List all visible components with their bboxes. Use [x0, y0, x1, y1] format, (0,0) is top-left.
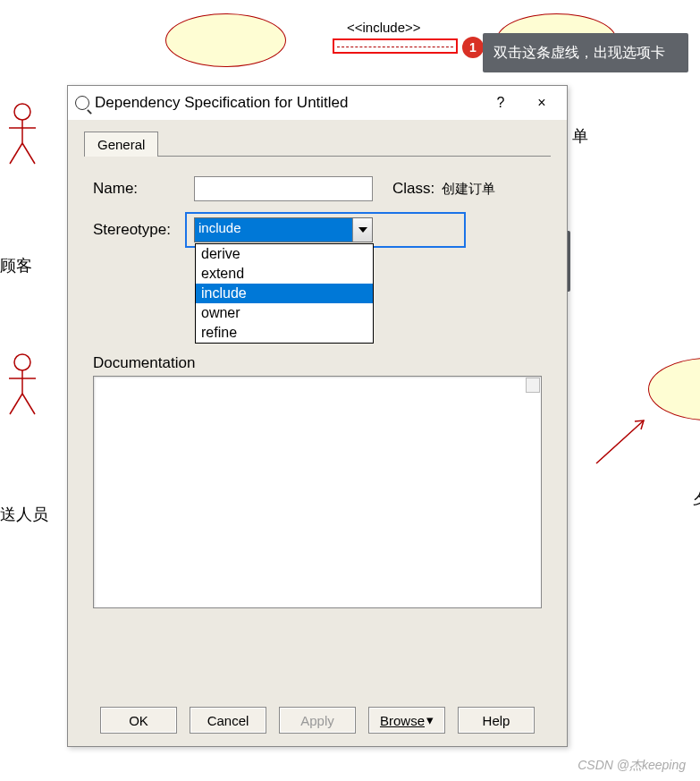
svg-point-5: [14, 354, 30, 370]
dialog-titlebar[interactable]: Dependency Specification for Untitled ? …: [68, 86, 567, 120]
uml-dependency-line[interactable]: [333, 38, 458, 54]
browse-button[interactable]: Browse▾: [368, 707, 445, 734]
chevron-down-icon[interactable]: [352, 218, 372, 242]
annotation-callout-1: 双击这条虚线，出现选项卡: [483, 33, 688, 72]
watermark: CSDN @杰keeping: [578, 758, 686, 774]
close-titlebar-button[interactable]: ×: [524, 88, 560, 118]
help-titlebar-button[interactable]: ?: [483, 88, 519, 118]
actor-icon: [4, 353, 40, 416]
svg-line-4: [22, 143, 35, 164]
svg-line-3: [10, 143, 22, 164]
stereotype-option[interactable]: extend: [196, 264, 373, 284]
stereotype-value: include: [195, 218, 352, 242]
uml-include-label: <<include>>: [347, 20, 421, 35]
stereotype-label: Stereotype:: [93, 221, 187, 239]
actor-label-customer: 顾客: [0, 255, 32, 276]
name-label: Name:: [93, 180, 187, 198]
actor-icon: [4, 103, 40, 166]
stereotype-option[interactable]: refine: [196, 323, 373, 343]
magnifier-icon: [75, 96, 89, 110]
svg-line-8: [10, 394, 22, 414]
uml-usecase-ellipse: [648, 358, 700, 420]
stereotype-combobox[interactable]: include derive extend include owner refi…: [194, 217, 373, 242]
actor-label-delivery: 送人员: [0, 504, 48, 525]
apply-button[interactable]: Apply: [279, 707, 356, 734]
stereotype-option[interactable]: include: [196, 284, 373, 303]
text-fragment: 夕: [693, 488, 700, 509]
documentation-textarea[interactable]: [93, 376, 542, 608]
documentation-label: Documentation: [84, 354, 551, 372]
text-fragment: 单: [572, 125, 588, 147]
dependency-specification-dialog: Dependency Specification for Untitled ? …: [67, 85, 568, 747]
scrollbar-up-button[interactable]: [526, 378, 540, 393]
browse-button-label: Browse: [380, 713, 425, 728]
svg-line-9: [22, 394, 35, 414]
svg-line-10: [596, 420, 644, 463]
stereotype-option[interactable]: owner: [196, 303, 373, 323]
stereotype-dropdown: derive extend include owner refine: [195, 243, 374, 344]
stereotype-option[interactable]: derive: [196, 244, 373, 264]
ok-button[interactable]: OK: [100, 707, 177, 734]
annotation-badge-1: 1: [462, 37, 484, 58]
class-label: Class:: [392, 180, 434, 198]
cancel-button[interactable]: Cancel: [190, 707, 266, 734]
help-button[interactable]: Help: [458, 707, 535, 734]
uml-usecase-ellipse: [165, 13, 286, 67]
dialog-title: Dependency Specification for Untitled: [95, 94, 477, 112]
name-input[interactable]: [194, 176, 373, 201]
tabstrip: General: [84, 131, 551, 157]
svg-point-0: [14, 104, 30, 120]
class-value: 创建订单: [442, 181, 495, 198]
chevron-down-icon: ▾: [426, 712, 434, 728]
tab-general[interactable]: General: [84, 132, 158, 157]
uml-association-arrow: [595, 416, 648, 465]
